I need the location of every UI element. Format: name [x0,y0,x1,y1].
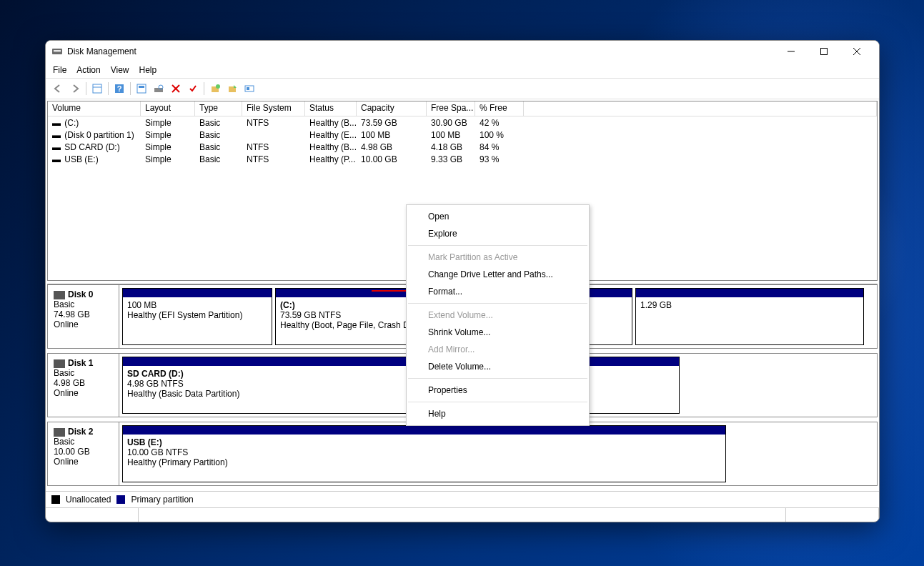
window-title: Disk Management [67,46,775,56]
forward-button[interactable] [67,81,83,96]
rescan-button[interactable] [151,81,167,96]
menu-item-delete-volume[interactable]: Delete Volume... [407,358,589,375]
partition[interactable]: USB (E:)10.00 GB NTFSHealthy (Primary Pa… [122,425,726,482]
disk-icon [54,359,65,368]
volume-row[interactable]: ▬ (C:)SimpleBasicNTFSHealthy (B...73.59 … [48,116,877,129]
menu-separator [408,245,587,246]
menu-item-explore[interactable]: Explore [407,225,589,242]
legend: Unallocated Primary partition [46,491,879,507]
disk-label[interactable]: Disk 0Basic74.98 GBOnline [48,285,119,348]
svg-text:?: ? [117,84,122,93]
menu-item-add-mirror: Add Mirror... [407,341,589,358]
svg-rect-1 [54,50,61,51]
partition[interactable]: SD CARD (D:)4.98 GB NTFSHealthy (Basic D… [122,357,680,414]
svg-rect-11 [137,84,146,93]
col-pct-free[interactable]: % Free [475,101,524,116]
legend-primary-swatch [116,495,125,504]
menu-item-mark-partition-as-active: Mark Partition as Active [407,249,589,266]
disk-icon [54,428,65,437]
legend-primary-label: Primary partition [131,495,193,505]
action2-button[interactable] [224,81,240,96]
col-volume[interactable]: Volume [48,101,141,116]
menu-separator [408,303,587,304]
menu-file[interactable]: File [53,65,66,75]
svg-rect-4 [821,49,828,55]
volume-list-header: Volume Layout Type File System Status Ca… [48,101,877,116]
menu-view[interactable]: View [111,65,129,75]
toolbar: ? [46,78,879,99]
legend-unallocated-swatch [51,495,60,504]
maximize-button[interactable] [808,41,840,62]
titlebar: Disk Management [46,41,879,62]
svg-rect-21 [247,87,249,90]
disk-row: Disk 2Basic10.00 GBOnlineUSB (E:)10.00 G… [47,422,878,486]
svg-point-18 [216,84,220,89]
svg-rect-13 [154,88,163,92]
menu-item-help[interactable]: Help [407,405,589,422]
menu-help[interactable]: Help [139,65,157,75]
col-type[interactable]: Type [195,101,242,116]
col-capacity[interactable]: Capacity [357,101,427,116]
disk-label[interactable]: Disk 1Basic4.98 GBOnline [48,354,119,417]
statusbar [46,507,879,522]
menu-separator [408,378,587,379]
col-free-space[interactable]: Free Spa... [427,101,475,116]
menu-item-extend-volume: Extend Volume... [407,307,589,324]
svg-rect-2 [54,51,61,52]
app-icon [51,46,63,57]
menu-separator [408,402,587,402]
menu-action[interactable]: Action [76,65,100,75]
minimize-button[interactable] [775,41,808,62]
volume-row[interactable]: ▬ USB (E:)SimpleBasicNTFSHealthy (P...10… [48,153,877,165]
menu-item-change-drive-letter-and-paths[interactable]: Change Drive Letter and Paths... [407,266,589,283]
menu-item-open[interactable]: Open [407,208,589,225]
disk-icon [54,291,65,299]
refresh-button[interactable] [134,81,149,96]
properties-button[interactable] [185,81,201,96]
partition-context-menu: OpenExploreMark Partition as ActiveChang… [406,204,590,426]
menu-item-format[interactable]: Format... [407,283,589,300]
menubar: File Action View Help [46,62,879,78]
svg-rect-12 [139,86,144,88]
svg-rect-7 [93,84,101,93]
disk-label[interactable]: Disk 2Basic10.00 GBOnline [48,422,119,485]
menu-item-properties[interactable]: Properties [407,382,589,399]
col-layout[interactable]: Layout [141,101,195,116]
action3-button[interactable] [242,81,257,96]
col-status[interactable]: Status [305,101,357,116]
volume-row[interactable]: ▬ (Disk 0 partition 1)SimpleBasicHealthy… [48,129,877,141]
delete-button[interactable] [168,81,184,96]
volume-row[interactable]: ▬ SD CARD (D:)SimpleBasicNTFSHealthy (B.… [48,141,877,153]
menu-item-shrink-volume[interactable]: Shrink Volume... [407,324,589,341]
help-button[interactable]: ? [111,81,127,96]
partition[interactable]: 100 MBHealthy (EFI System Partition) [122,288,272,345]
show-hide-button[interactable] [89,81,105,96]
back-button[interactable] [50,81,66,96]
partition[interactable]: 1.29 GB [635,288,864,345]
action1-button[interactable] [207,81,223,96]
legend-unallocated-label: Unallocated [66,495,111,505]
col-filesystem[interactable]: File System [242,101,305,116]
close-button[interactable] [840,41,873,62]
